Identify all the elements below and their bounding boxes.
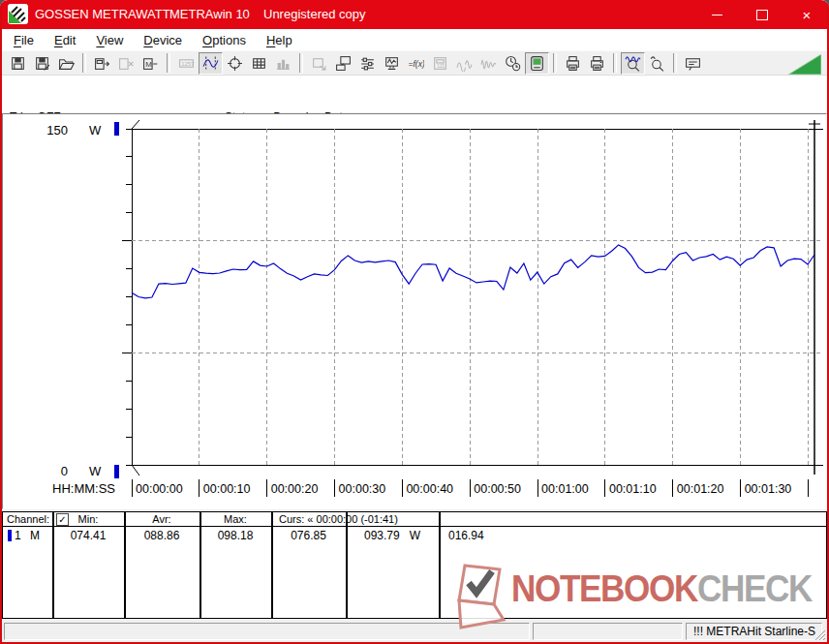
wave-pair-icon — [456, 55, 473, 72]
power-chart[interactable]: 00:00:0000:00:1000:00:2000:00:3000:00:40… — [4, 114, 825, 508]
bar-graph-icon — [275, 55, 292, 72]
status-panel: Trig:OFF Chan:123456789 Status:Browsing … — [2, 76, 827, 112]
save-icon — [10, 55, 26, 72]
right-cursor[interactable] — [809, 120, 820, 475]
x-tick-label: 00:00:40 — [406, 482, 453, 496]
svg-text:M: M — [145, 60, 152, 69]
print-button[interactable] — [585, 52, 609, 75]
zoom-value-button[interactable] — [645, 52, 669, 75]
timer-meter-icon — [505, 55, 521, 72]
zoom-time-button[interactable] — [621, 52, 645, 75]
device-clear-icon — [118, 55, 135, 72]
formula-icon: =f(x) — [408, 55, 424, 72]
col-avr-header: Avr: — [124, 513, 200, 526]
save-as-button[interactable] — [30, 52, 54, 75]
wave-damped-button — [476, 52, 501, 75]
statusbar-section-2 — [533, 623, 683, 640]
svg-text:=f(x): =f(x) — [409, 59, 424, 69]
x-tick-label: 00:00:00 — [136, 482, 183, 496]
x-tick-label: 00:01:30 — [745, 482, 792, 496]
resize-grip[interactable] — [814, 629, 826, 641]
close-button[interactable]: × — [785, 0, 828, 29]
curve-view-button[interactable] — [199, 52, 223, 75]
meter-active-button[interactable] — [525, 52, 549, 75]
col-min-header: Min: — [52, 513, 124, 526]
left-cursor[interactable] — [132, 120, 139, 475]
device-memory-icon: M — [142, 55, 159, 72]
channel-mode: M — [30, 529, 40, 542]
device-setup-icon: 121 — [432, 55, 448, 72]
x-tick-label: 00:00:30 — [339, 482, 386, 496]
table-header-line — [3, 526, 826, 527]
min-value: 074.41 — [52, 529, 124, 542]
crosshair-icon — [227, 55, 243, 72]
cursor-table: Channel: ✓ Min: Avr: Max: Curs: « 00:00:… — [2, 511, 827, 619]
print-preview-button[interactable] — [561, 52, 585, 75]
curve-view-icon — [202, 55, 219, 72]
col-channel-header: Channel: — [7, 513, 49, 526]
toolbar-separator — [613, 53, 617, 73]
menu-bar: FileEditViewDeviceOptionsHelp — [2, 29, 827, 50]
meter-active-icon — [529, 55, 545, 72]
menu-options[interactable]: Options — [197, 32, 252, 48]
x-tick-label: 00:00:10 — [203, 482, 251, 496]
minimize-icon — [712, 15, 722, 15]
svg-text:125?: 125? — [181, 60, 195, 66]
lcd-display-icon: 125? — [178, 55, 195, 72]
open-file-button[interactable] — [54, 52, 78, 75]
save-as-icon — [34, 55, 50, 72]
save-device-button[interactable] — [331, 52, 355, 75]
y-unit-bottom: W — [89, 464, 102, 478]
formula-button[interactable]: =f(x) — [404, 52, 428, 75]
chart-panel: 00:00:0000:00:1000:00:2000:00:3000:00:40… — [2, 113, 827, 509]
maximize-icon — [756, 10, 768, 20]
save-button[interactable] — [6, 52, 30, 75]
channel-marker-top — [114, 122, 119, 136]
menu-device[interactable]: Device — [138, 32, 188, 48]
wave-damped-icon — [480, 55, 497, 72]
channel-number: 1 — [15, 529, 21, 542]
device-memory-button[interactable]: M — [138, 52, 163, 75]
device-read-button[interactable] — [90, 52, 114, 75]
table-view-icon — [251, 55, 267, 72]
max-value: 098.18 — [200, 529, 271, 542]
note-icon — [685, 55, 701, 72]
status-bar: !!! METRAHit Starline-S — [2, 621, 827, 642]
col-cursor-header: Curs: « 00:00:00 (-01:41) — [279, 513, 398, 526]
toolbar-separator — [167, 53, 170, 73]
toolbar-separator — [82, 53, 86, 73]
live-monitor-icon — [384, 55, 400, 72]
menu-view[interactable]: View — [90, 32, 129, 48]
channel-config-icon — [359, 55, 376, 72]
timer-meter-button[interactable] — [501, 52, 525, 75]
bar-graph-button — [271, 52, 295, 75]
minimize-button[interactable] — [695, 0, 738, 29]
app-title: METRAwin 10 — [169, 7, 250, 21]
menu-help[interactable]: Help — [261, 32, 298, 48]
zoom-time-icon — [625, 55, 641, 72]
save-device-icon — [335, 55, 352, 72]
menu-edit[interactable]: Edit — [48, 32, 81, 48]
x-tick-label: 00:01:00 — [541, 482, 589, 496]
close-icon: × — [803, 8, 812, 22]
cursor-right-value: 093.79 — [364, 529, 400, 542]
live-monitor-button[interactable] — [380, 52, 404, 75]
table-divider — [439, 512, 441, 618]
table-view-button[interactable] — [247, 52, 271, 75]
menu-file[interactable]: File — [8, 32, 40, 48]
crosshair-button[interactable] — [223, 52, 247, 75]
note-button[interactable] — [681, 52, 705, 75]
open-file-icon — [58, 55, 75, 72]
toolbar-separator — [673, 53, 677, 73]
y-max-label: 150 — [46, 123, 68, 138]
print-preview-icon — [565, 55, 581, 72]
statusbar-section-1 — [4, 623, 530, 640]
cursor-diff-value: 016.94 — [448, 529, 484, 542]
maximize-button[interactable] — [741, 0, 783, 29]
x-tick-label: 00:01:10 — [609, 482, 657, 496]
device-clear-button — [114, 52, 138, 75]
title-bar: GOSSEN METRAWATT METRAwin 10 Unregistere… — [0, 0, 829, 29]
channel-config-button[interactable] — [355, 52, 380, 75]
col-max-header: Max: — [200, 513, 271, 526]
avr-value: 088.86 — [124, 529, 200, 542]
